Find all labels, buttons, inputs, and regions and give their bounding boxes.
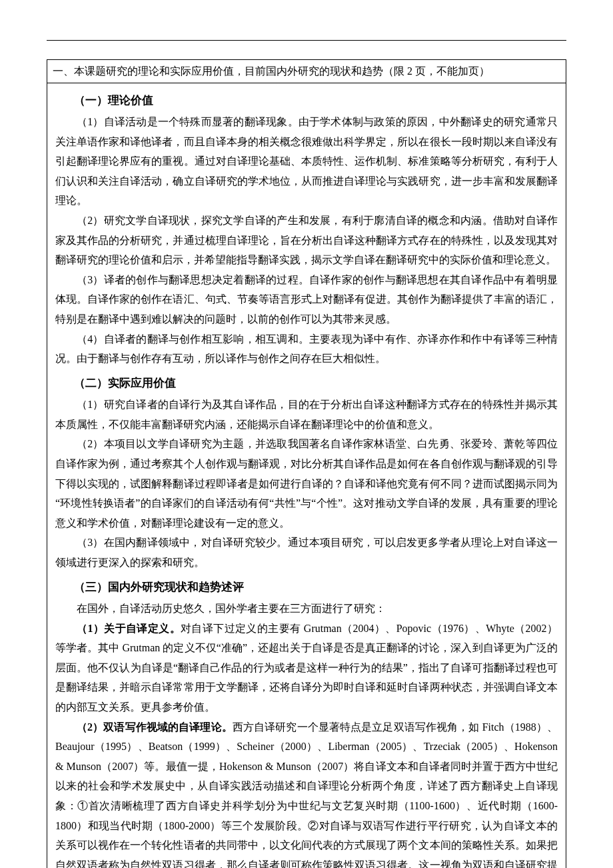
s2-p2: （2）本项目以文学自译研究为主题，并选取我国著名自译作家林语堂、白先勇、张爱玲、… [55, 434, 558, 533]
s3-p2: （2）双语写作视域的自译理论。西方自译研究一个显著特点是立足双语写作视角，如 F… [55, 717, 558, 868]
section-title-bar: 一、本课题研究的理论和实际应用价值，目前国内外研究的现状和趋势（限 2 页，不能… [47, 60, 566, 83]
s1-p3: （3）译者的创作与翻译思想决定着翻译的过程。自译作家的创作与翻译思想在其自译作品… [55, 270, 558, 329]
s1-p4: （4）自译者的翻译与创作相互影响，相互调和。主要表现为译中有作、亦译亦作和作中有… [55, 329, 558, 369]
heading-1: （一）理论价值 [74, 90, 558, 111]
s1-p1: （1）自译活动是一个特殊而显著的翻译现象。由于学术体制与政策的原因，中外翻译史的… [55, 112, 558, 211]
s3-p1-rest: 对自译下过定义的主要有 Grutman（2004）、Popovic（1976）、… [55, 623, 558, 713]
s3-p1: （1）关于自译定义。对自译下过定义的主要有 Grutman（2004）、Popo… [55, 619, 558, 717]
s2-p1: （1）研究自译者的自译行为及其自译作品，目的在于分析出自译这种翻译方式存在的特殊… [55, 395, 558, 434]
heading-3: （三）国内外研究现状和趋势述评 [74, 577, 558, 597]
document-page: 一、本课题研究的理论和实际应用价值，目前国内外研究的现状和趋势（限 2 页，不能… [47, 0, 566, 868]
top-divider [47, 40, 566, 41]
content-box: 一、本课题研究的理论和实际应用价值，目前国内外研究的现状和趋势（限 2 页，不能… [47, 59, 566, 868]
s3-p2-lead: （2）双语写作视域的自译理论。 [77, 721, 233, 733]
heading-2: （二）实际应用价值 [74, 373, 558, 393]
content-body: （一）理论价值 （1）自译活动是一个特殊而显著的翻译现象。由于学术体制与政策的原… [47, 83, 566, 868]
s3-intro: 在国外，自译活动历史悠久，国外学者主要在三方面进行了研究： [55, 599, 558, 619]
section-title-text: 一、本课题研究的理论和实际应用价值，目前国内外研究的现状和趋势（限 2 页，不能… [53, 65, 490, 77]
s1-p2: （2）研究文学自译现状，探究文学自译的产生和发展，有利于廓清自译的概念和内涵。借… [55, 211, 558, 270]
s3-p1-lead: （1）关于自译定义。 [77, 623, 181, 634]
s3-p2-rest: 西方自译研究一个显著特点是立足双语写作视角，如 Fitch（1988）、Beau… [55, 721, 558, 868]
s2-p3: （3）在国内翻译领域中，对自译研究较少。通过本项目研究，可以启发更多学者从理论上… [55, 533, 558, 572]
